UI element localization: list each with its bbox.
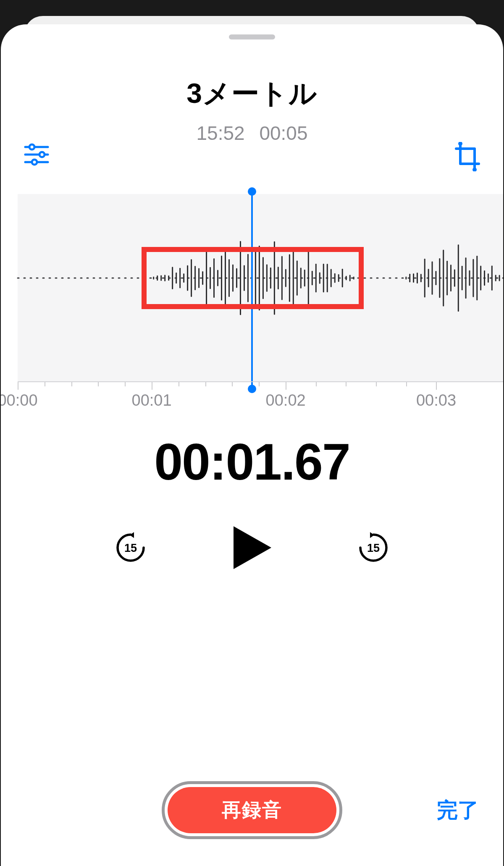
recording-header: 3メートル 15:52 00:05	[1, 75, 503, 144]
svg-point-3	[39, 152, 45, 157]
settings-button[interactable]	[24, 142, 50, 169]
waveform-area[interactable]: 00:0000:0100:0200:03	[1, 194, 503, 403]
transport-controls: 15 15	[1, 518, 503, 577]
skip-forward-15-button[interactable]: 15	[357, 531, 390, 564]
timeline-label: 00:01	[132, 391, 172, 409]
timeline-labels: 00:0000:0100:0200:03	[1, 391, 503, 408]
done-button[interactable]: 完了	[437, 796, 479, 824]
re-record-label: 再録音	[168, 787, 336, 833]
play-button[interactable]	[227, 522, 277, 573]
timeline-label: 00:00	[1, 391, 38, 409]
timeline-label: 00:03	[416, 391, 456, 409]
bottom-action-bar: 再録音 完了	[1, 779, 503, 842]
timeline-ticks	[18, 381, 503, 390]
sheet-grabber[interactable]	[229, 34, 275, 39]
edit-toolbar	[1, 142, 503, 176]
svg-point-7	[472, 168, 477, 171]
recording-sheet: 3メートル 15:52 00:05	[1, 24, 503, 866]
skip-back-seconds-label: 15	[124, 542, 137, 554]
trim-button[interactable]	[454, 142, 480, 173]
crop-icon	[454, 142, 480, 171]
sliders-icon	[24, 142, 50, 167]
timeline-label: 00:02	[266, 391, 306, 409]
svg-point-6	[458, 142, 462, 146]
skip-forward-seconds-label: 15	[367, 542, 380, 554]
recording-title[interactable]: 3メートル	[1, 75, 503, 113]
recording-time-of-day: 15:52	[196, 122, 244, 144]
playhead[interactable]	[251, 192, 253, 389]
re-record-button[interactable]: 再録音	[162, 781, 342, 839]
svg-point-1	[29, 144, 34, 150]
play-icon	[231, 525, 273, 571]
elapsed-time: 00:01.67	[1, 433, 503, 491]
skip-back-icon: 15	[114, 531, 147, 564]
app-backdrop: 3メートル 15:52 00:05	[0, 0, 504, 866]
recording-duration: 00:05	[259, 122, 307, 144]
svg-point-5	[32, 160, 37, 165]
skip-forward-icon: 15	[357, 531, 390, 564]
recording-meta: 15:52 00:05	[1, 122, 503, 144]
skip-back-15-button[interactable]: 15	[114, 531, 147, 564]
